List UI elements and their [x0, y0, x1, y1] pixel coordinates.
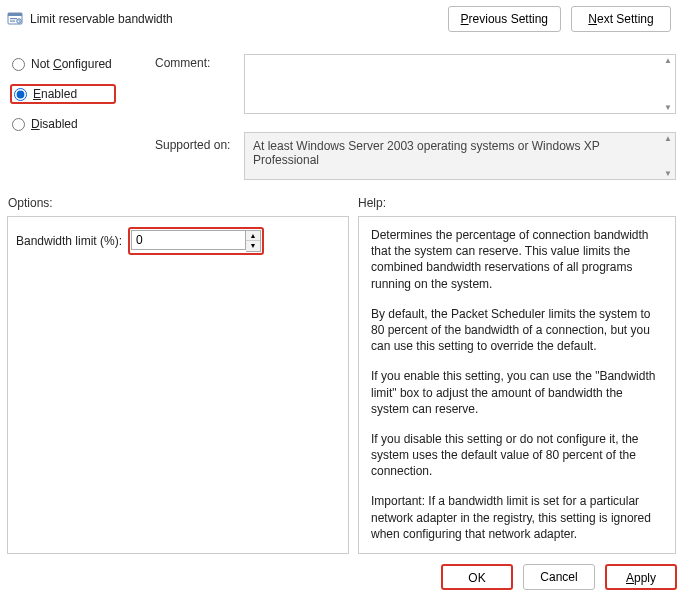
supported-on-label: Supported on: [155, 138, 230, 152]
options-panel: Bandwidth limit (%): ▲ ▼ [7, 216, 349, 554]
comment-scroll-arrows: ▲▼ [664, 56, 676, 112]
supported-scroll-arrows: ▲▼ [664, 134, 676, 178]
help-header: Help: [358, 196, 386, 210]
bandwidth-limit-label: Bandwidth limit (%): [16, 234, 122, 248]
window-title: Limit reservable bandwidth [30, 12, 173, 26]
radio-enabled[interactable]: Enabled [10, 84, 116, 104]
cancel-button[interactable]: Cancel [523, 564, 595, 590]
svg-rect-3 [10, 21, 15, 22]
policy-icon [6, 10, 24, 28]
policy-state-radio-group: Not Configured Enabled Disabled [10, 56, 116, 132]
radio-not-configured[interactable]: Not Configured [10, 56, 116, 72]
supported-on-text: At least Windows Server 2003 operating s… [244, 132, 676, 180]
bandwidth-limit-spinbox[interactable]: ▲ ▼ [128, 227, 264, 255]
comment-textarea[interactable] [244, 54, 676, 114]
bandwidth-limit-input[interactable] [131, 230, 246, 250]
spin-up-button[interactable]: ▲ [246, 231, 260, 241]
radio-disabled[interactable]: Disabled [10, 116, 116, 132]
options-header: Options: [8, 196, 53, 210]
apply-button[interactable]: Apply [605, 564, 677, 590]
previous-setting-button[interactable]: Previous Setting [448, 6, 561, 32]
svg-rect-1 [8, 13, 22, 16]
spin-down-button[interactable]: ▼ [246, 241, 260, 251]
ok-button[interactable]: OK [441, 564, 513, 590]
svg-rect-2 [10, 18, 17, 19]
comment-label: Comment: [155, 56, 210, 70]
help-text: Determines the percentage of connection … [371, 227, 663, 543]
next-setting-button[interactable]: Next Setting [571, 6, 671, 32]
help-panel: Determines the percentage of connection … [358, 216, 676, 554]
